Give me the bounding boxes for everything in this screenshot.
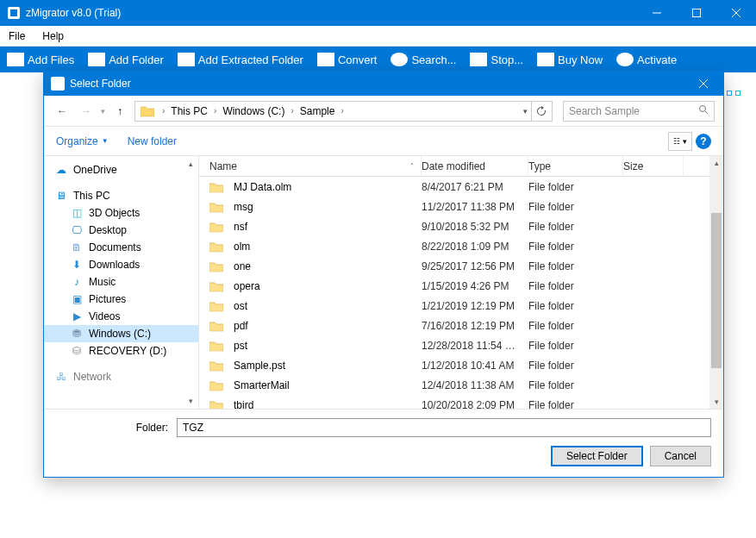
search-box[interactable]: Search Sample [563,101,715,122]
item-name: pst [234,340,247,352]
tree-windowsc[interactable]: ⛃Windows (C:) [44,325,198,342]
menu-help[interactable]: Help [34,28,72,45]
nav-history-dropdown[interactable]: ▾ [101,107,105,116]
tree-scroll-down[interactable]: ▾ [184,395,197,407]
dialog-titlebar: Select Folder [44,72,723,96]
folder-icon [209,340,223,352]
tree-downloads[interactable]: ⬇Downloads [44,256,198,273]
svg-line-9 [705,111,708,114]
list-row[interactable]: pdf7/16/2018 12:19 PMFile folder [199,316,723,335]
sort-indicator-icon: ˄ [410,162,414,170]
list-row[interactable]: ost1/21/2019 12:19 PMFile folder [199,296,723,316]
tree-music[interactable]: ♪Music [44,273,198,291]
crumb-drive[interactable]: Windows (C:) [219,105,288,117]
item-name: tbird [234,399,253,410]
folder-label: Folder: [56,422,177,434]
tree-thispc[interactable]: 🖥This PC [44,187,198,204]
dialog-footer: Folder: Select Folder Cancel [44,409,723,477]
tree-network[interactable]: 🖧Network [44,368,198,385]
item-type: File folder [528,221,623,233]
crumb-thispc[interactable]: This PC [167,105,211,117]
item-type: File folder [528,340,623,352]
header-type[interactable]: Type [528,156,623,176]
help-button[interactable]: ? [696,134,711,149]
nav-up-button[interactable]: ↑ [110,102,129,121]
tree-documents[interactable]: 🗎Documents [44,239,198,256]
pictures-icon: ▣ [70,293,84,305]
new-folder-button[interactable]: New folder [128,135,177,147]
header-size[interactable]: Size [623,156,684,176]
close-button[interactable] [716,0,756,26]
list-row[interactable]: pst12/28/2018 11:54 …File folder [199,335,723,355]
toolbar-convert[interactable]: Convert [310,47,384,72]
scroll-down-icon[interactable]: ▾ [709,395,723,409]
tree-videos[interactable]: ▶Videos [44,308,198,325]
crumb-folder[interactable]: Sample [297,105,339,117]
list-row[interactable]: nsf9/10/2018 5:32 PMFile folder [199,216,723,236]
item-name: pdf [234,320,248,332]
item-name: ost [234,300,247,312]
document-icon: 🗎 [70,241,84,253]
folder-icon [209,320,223,332]
minimize-button[interactable] [637,0,677,26]
folder-icon [209,260,223,272]
item-type: File folder [528,201,623,213]
list-row[interactable]: tbird10/20/2018 2:09 PMFile folder [199,395,723,409]
select-folder-button[interactable]: Select Folder [551,446,643,466]
scroll-thumb[interactable] [711,213,722,368]
item-type: File folder [528,360,623,372]
breadcrumb[interactable]: › This PC › Windows (C:) › Sample › ▾ [134,101,553,122]
scroll-up-icon[interactable]: ▴ [709,156,723,170]
item-date: 8/4/2017 6:21 PM [422,181,528,193]
toolbar-search[interactable]: Search... [384,47,463,72]
organize-button[interactable]: Organize▼ [56,135,109,147]
header-date[interactable]: Date modified [422,156,528,176]
menu-file[interactable]: File [0,28,34,45]
list-row[interactable]: olm8/22/2018 1:09 PMFile folder [199,236,723,256]
tree-pictures[interactable]: ▣Pictures [44,291,198,308]
cloud-icon: ☁ [54,164,68,176]
list-row[interactable]: SmarterMail12/4/2018 11:38 AMFile folder [199,375,723,395]
list-row[interactable]: msg11/2/2017 11:38 PMFile folder [199,197,723,216]
list-row[interactable]: MJ Data.olm8/4/2017 6:21 PMFile folder [199,177,723,197]
dialog-close-button[interactable] [684,71,723,97]
toolbar-add-files[interactable]: Add Files [0,47,81,72]
toolbar-add-folder[interactable]: Add Folder [81,47,171,72]
refresh-button[interactable] [531,102,550,121]
toolbar-add-extracted[interactable]: Add Extracted Folder [171,47,310,72]
folder-icon [209,300,223,312]
cancel-button[interactable]: Cancel [650,446,711,466]
maximize-button[interactable] [677,0,716,26]
tree-desktop[interactable]: 🖵Desktop [44,222,198,239]
toolbar-stop[interactable]: Stop... [463,47,530,72]
tree-scroll-up[interactable]: ▴ [184,158,197,170]
list-row[interactable]: one9/25/2017 12:56 PMFile folder [199,256,723,276]
breadcrumb-dropdown-icon[interactable]: ▾ [520,107,531,116]
nav-tree: ▴ ☁OneDrive 🖥This PC ◫3D Objects 🖵Deskto… [44,156,199,409]
list-row[interactable]: Sample.pst1/12/2018 10:41 AMFile folder [199,355,723,375]
list-scrollbar[interactable]: ▴ ▾ [709,156,723,409]
tree-recoveryd[interactable]: ⛁RECOVERY (D:) [44,342,198,360]
list-row[interactable]: opera1/15/2019 4:26 PMFile folder [199,276,723,296]
item-name: olm [234,241,250,253]
command-bar: Organize▼ New folder ☷ ▾ ? [44,127,723,156]
toolbar-buy[interactable]: Buy Now [530,47,609,72]
item-date: 9/10/2018 5:32 PM [422,221,528,233]
dialog-icon [51,77,65,91]
item-date: 1/15/2019 4:26 PM [422,280,528,292]
item-name: SmarterMail [234,379,290,391]
dialog-navbar: ← → ▾ ↑ › This PC › Windows (C:) › Sampl… [44,96,723,127]
nav-forward-button[interactable]: → [77,102,96,121]
tree-3dobjects[interactable]: ◫3D Objects [44,204,198,222]
monitor-icon: 🖥 [54,190,68,202]
tree-onedrive[interactable]: ☁OneDrive [44,161,198,178]
item-date: 12/4/2018 11:38 AM [422,379,528,391]
header-name[interactable]: Name˄ [199,156,422,176]
nav-back-button[interactable]: ← [53,102,72,121]
desktop-icon: 🖵 [70,224,84,236]
toolbar-activate[interactable]: Activate [609,47,684,72]
folder-input[interactable] [177,418,711,437]
svg-point-8 [700,106,706,112]
list-header: Name˄ Date modified Type Size [199,156,723,177]
view-options-button[interactable]: ☷ ▾ [668,132,692,151]
